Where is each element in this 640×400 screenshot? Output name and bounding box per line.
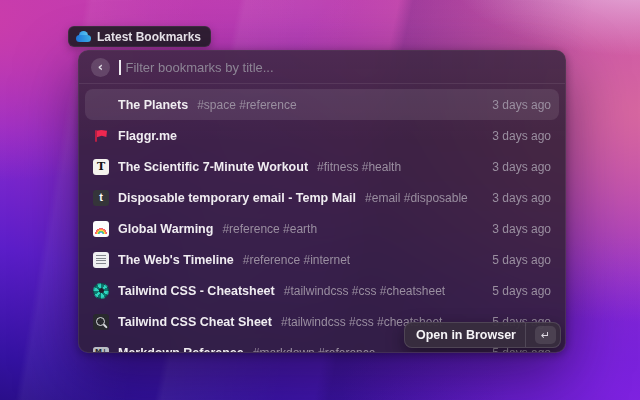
bookmark-title: Global Warming: [118, 222, 213, 236]
divider: [525, 323, 526, 347]
bookmarks-panel: ‹ The Planets #space #reference 3 days a…: [78, 50, 566, 353]
bookmark-title: The Scientific 7-Minute Workout: [118, 160, 308, 174]
bookmark-title: Tailwind CSS - Cheatsheet: [118, 284, 275, 298]
bookmark-title: The Planets: [118, 98, 188, 112]
open-in-browser-button[interactable]: Open in Browser ↵: [404, 322, 561, 348]
text-caret: [119, 60, 121, 75]
back-button[interactable]: ‹: [91, 58, 110, 77]
nyt-icon: [93, 159, 109, 175]
chevron-left-icon: ‹: [98, 60, 103, 73]
magnifier-icon: [93, 314, 109, 330]
bookmark-row[interactable]: Tailwind CSS - Cheatsheet #tailwindcss #…: [85, 275, 559, 306]
return-key-icon: ↵: [535, 326, 556, 344]
bookmark-tags: #space #reference: [197, 98, 296, 112]
open-in-browser-label: Open in Browser: [416, 328, 516, 342]
bookmark-timestamp: 3 days ago: [492, 160, 551, 174]
bookmark-tags: #reference #earth: [222, 222, 317, 236]
bookmark-tags: #email #disposable: [365, 191, 468, 205]
tempmail-icon: [93, 190, 109, 206]
flag-icon: [93, 128, 109, 144]
rainbow-icon: [93, 221, 109, 237]
bookmark-timestamp: 3 days ago: [492, 98, 551, 112]
bookmark-row[interactable]: The Planets #space #reference 3 days ago: [85, 89, 559, 120]
blank-icon: [93, 97, 109, 113]
bookmark-timestamp: 3 days ago: [492, 129, 551, 143]
bookmark-row[interactable]: The Scientific 7-Minute Workout #fitness…: [85, 151, 559, 182]
bookmark-timestamp: 3 days ago: [492, 191, 551, 205]
bookmark-title: Markdown Reference: [118, 346, 244, 353]
latest-bookmarks-chip[interactable]: Latest Bookmarks: [68, 26, 211, 47]
timeline-icon: [93, 252, 109, 268]
search-input[interactable]: [126, 60, 554, 75]
bookmark-title: Disposable temporary email - Temp Mail: [118, 191, 356, 205]
bookmark-timestamp: 5 days ago: [492, 284, 551, 298]
bookmark-row[interactable]: Flaggr.me 3 days ago: [85, 120, 559, 151]
bookmark-row[interactable]: Global Warming #reference #earth 3 days …: [85, 213, 559, 244]
chip-label: Latest Bookmarks: [97, 30, 201, 44]
bookmark-tags: #fitness #health: [317, 160, 401, 174]
bookmark-row[interactable]: The Web's Timeline #reference #internet …: [85, 244, 559, 275]
bookmark-title: Flaggr.me: [118, 129, 177, 143]
tailwind-icon: [93, 283, 109, 299]
cloud-icon: [76, 31, 91, 43]
bookmark-timestamp: 3 days ago: [492, 222, 551, 236]
bookmark-tags: #markdown #reference: [253, 346, 376, 353]
search-bar: ‹: [79, 51, 565, 84]
bookmark-tags: #reference #internet: [243, 253, 350, 267]
bookmark-title: Tailwind CSS Cheat Sheet: [118, 315, 272, 329]
bookmark-timestamp: 5 days ago: [492, 253, 551, 267]
bookmark-title: The Web's Timeline: [118, 253, 234, 267]
bookmark-row[interactable]: Disposable temporary email - Temp Mail #…: [85, 182, 559, 213]
bookmark-list: The Planets #space #reference 3 days ago…: [79, 84, 565, 352]
markdown-icon: [93, 347, 109, 352]
bookmark-tags: #tailwindcss #css #cheatsheet: [284, 284, 445, 298]
